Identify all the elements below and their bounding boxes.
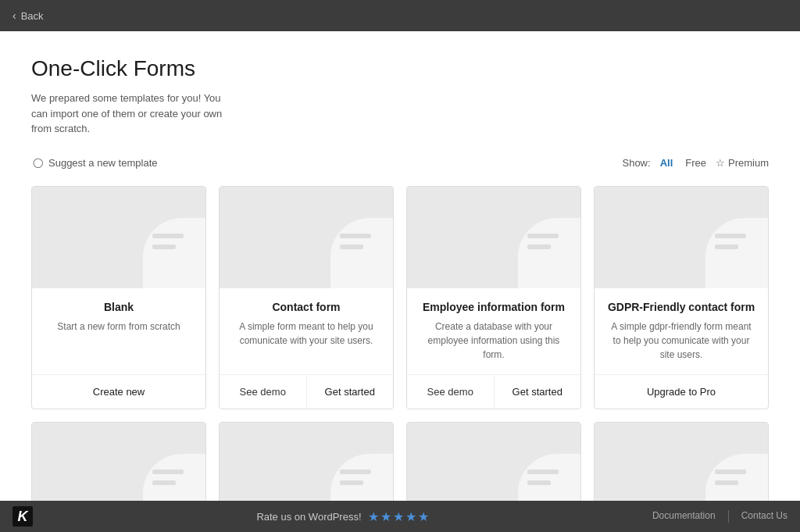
star-1[interactable]: ★	[368, 509, 379, 524]
contact-get-started-button[interactable]: Get started	[307, 375, 394, 409]
back-arrow-icon: ‹	[12, 9, 16, 22]
page-title: One-Click Forms	[31, 56, 769, 81]
card-title-employee: Employee information form	[420, 301, 568, 313]
star-icon: ☆	[716, 157, 725, 169]
form-preview-gdpr	[705, 218, 768, 288]
card-actions-blank: Create new	[32, 374, 205, 409]
main-content: One-Click Forms We prepared some templat…	[0, 31, 800, 501]
premium-label: Premium	[728, 157, 769, 169]
back-button[interactable]: ‹ Back	[12, 9, 44, 22]
template-card-contact: Contact form A simple form meant to help…	[219, 186, 394, 409]
gdpr-upgrade-button[interactable]: Upgrade to Pro	[595, 375, 768, 409]
form-preview-appointment	[143, 454, 205, 502]
form-preview-feedback	[330, 454, 393, 502]
rate-us-section: Rate us on WordPress! ★ ★ ★ ★ ★	[256, 509, 428, 524]
card-image-appointment	[32, 423, 205, 502]
documentation-link[interactable]: Documentation	[652, 510, 716, 523]
top-navigation: ‹ Back	[0, 0, 800, 31]
card-title-gdpr: GDPR-Friendly contact form	[607, 301, 755, 313]
filter-all-button[interactable]: All	[657, 155, 677, 170]
filter-group: Show: All Free ☆ Premium	[622, 155, 769, 170]
card-title-blank: Blank	[45, 301, 193, 313]
suggest-template-button[interactable]: ◯ Suggest a new template	[31, 156, 157, 169]
contact-us-link[interactable]: Contact Us	[741, 510, 788, 523]
templates-grid: Blank Start a new form from scratch Crea…	[31, 186, 769, 502]
card-body-blank: Blank Start a new form from scratch	[32, 288, 205, 374]
template-card-art: Art contest	[406, 422, 581, 502]
card-actions-employee: See demo Get started	[407, 374, 580, 409]
star-3[interactable]: ★	[393, 509, 404, 524]
template-card-job: Job application	[594, 422, 769, 502]
card-image-gdpr	[595, 187, 768, 288]
star-2[interactable]: ★	[380, 509, 391, 524]
card-title-contact: Contact form	[232, 301, 380, 313]
form-preview-job	[705, 454, 768, 502]
bottom-bar: K Rate us on WordPress! ★ ★ ★ ★ ★ Docume…	[0, 501, 800, 532]
card-body-employee: Employee information form Create a datab…	[407, 288, 580, 374]
contact-see-demo-button[interactable]: See demo	[220, 375, 307, 409]
star-5[interactable]: ★	[418, 509, 429, 524]
template-card-gdpr: GDPR-Friendly contact form A simple gdpr…	[594, 186, 769, 409]
card-body-gdpr: GDPR-Friendly contact form A simple gdpr…	[595, 288, 768, 374]
card-image-employee	[407, 187, 580, 288]
show-label: Show:	[622, 157, 650, 169]
form-preview-contact	[330, 218, 393, 288]
card-image-job	[595, 423, 768, 502]
card-image-contact	[220, 187, 393, 288]
card-actions-contact: See demo Get started	[220, 374, 393, 409]
back-label: Back	[21, 10, 44, 22]
form-preview-employee	[518, 218, 580, 288]
toolbar: ◯ Suggest a new template Show: All Free …	[31, 155, 769, 170]
template-card-appointment: Appointment form	[31, 422, 206, 502]
suggest-icon: ◯	[31, 156, 44, 169]
card-image-blank	[32, 187, 205, 288]
card-desc-blank: Start a new form from scratch	[45, 320, 193, 362]
card-desc-contact: A simple form meant to help you comunica…	[232, 320, 380, 362]
template-card-employee: Employee information form Create a datab…	[406, 186, 581, 409]
link-divider	[728, 510, 729, 523]
card-actions-gdpr: Upgrade to Pro	[595, 374, 768, 409]
logo: K	[12, 506, 33, 527]
employee-see-demo-button[interactable]: See demo	[407, 375, 495, 409]
card-desc-gdpr: A simple gdpr-friendly form meant to hel…	[607, 320, 755, 362]
star-4[interactable]: ★	[405, 509, 416, 524]
create-new-button[interactable]: Create new	[32, 375, 205, 409]
form-preview-art	[518, 454, 580, 502]
card-image-art	[407, 423, 580, 502]
filter-free-button[interactable]: Free	[682, 155, 709, 170]
employee-get-started-button[interactable]: Get started	[495, 375, 581, 409]
card-body-contact: Contact form A simple form meant to help…	[220, 288, 393, 374]
filter-premium-button[interactable]: ☆ Premium	[716, 157, 769, 169]
suggest-label: Suggest a new template	[48, 157, 157, 169]
page-description: We prepared some templates for you! You …	[31, 91, 234, 137]
template-card-blank: Blank Start a new form from scratch Crea…	[31, 186, 206, 409]
form-preview-blank	[143, 218, 205, 288]
card-image-feedback	[220, 423, 393, 502]
stars-group: ★ ★ ★ ★ ★	[368, 509, 429, 524]
template-card-feedback: Customer feedback form	[219, 422, 394, 502]
rate-text: Rate us on WordPress!	[256, 511, 361, 523]
bottom-links: Documentation Contact Us	[652, 510, 788, 523]
card-desc-employee: Create a database with your employee inf…	[420, 320, 568, 362]
